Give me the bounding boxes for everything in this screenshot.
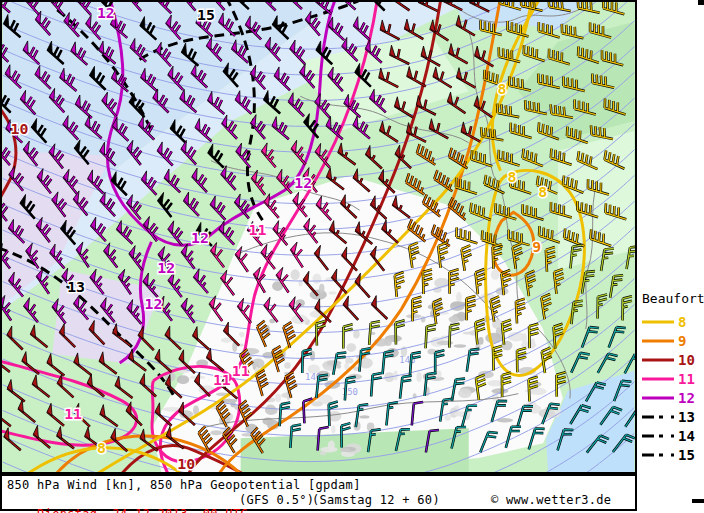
legend-item-label: 11 — [678, 371, 695, 387]
isotach-label-12: 12 — [144, 295, 162, 313]
legend-item-beaufort-11: 11 — [641, 369, 703, 388]
geopotential-label: 146 — [399, 355, 415, 365]
isotach-label-12: 12 — [294, 174, 312, 192]
legend-item-beaufort-10: 10 — [641, 350, 703, 369]
isotach-label-15: 15 — [197, 6, 215, 24]
isotach-label-10: 10 — [177, 455, 195, 472]
legend-item-label: 8 — [678, 314, 686, 330]
legend-item-beaufort-15: 15 — [641, 445, 703, 464]
legend-line-sample — [641, 450, 675, 460]
legend-line-sample — [641, 317, 675, 327]
legend-item-label: 14 — [678, 428, 695, 444]
isotach-label-10: 10 — [11, 120, 29, 138]
caption-model: (GFS 0.5°) — [239, 493, 314, 507]
isotach-label-8: 8 — [538, 183, 547, 201]
weather-map-canvas: 1461501461215101312121212111111111088889 — [2, 2, 635, 472]
isotach-label-11: 11 — [213, 371, 231, 389]
legend-line-sample — [641, 336, 675, 346]
isotach-label-9: 9 — [532, 238, 541, 256]
legend-item-label: 12 — [678, 390, 695, 406]
legend-item-beaufort-8: 8 — [641, 312, 703, 331]
legend-item-label: 15 — [678, 447, 695, 463]
isotach-label-11: 11 — [232, 362, 250, 380]
caption-run-line: Dienstag, 24-12-2013 00 UTC (GFS 0.5°) (… — [7, 493, 248, 513]
legend-line-sample — [641, 374, 675, 384]
isotach-label-12: 12 — [191, 229, 209, 247]
caption-run-date: Dienstag, 24-12-2013 00 UTC — [37, 507, 248, 513]
isotach-label-12: 12 — [157, 259, 175, 277]
legend-item-label: 10 — [678, 352, 695, 368]
beaufort-legend: Beaufort 89101112131415 — [641, 291, 703, 464]
isotach-label-11: 11 — [249, 221, 267, 239]
isotach-label-8: 8 — [507, 168, 516, 186]
legend-title: Beaufort — [642, 291, 703, 306]
caption-copyright: © www.wetter3.de — [491, 493, 611, 507]
legend-items: 89101112131415 — [641, 312, 703, 464]
legend-item-label: 13 — [678, 409, 695, 425]
frame-corner-bottom-right — [692, 499, 704, 503]
legend-line-sample — [641, 355, 675, 365]
legend-line-sample — [641, 431, 675, 441]
frame-corner-top-right — [698, 0, 704, 5]
legend-item-beaufort-9: 9 — [641, 331, 703, 350]
caption-box: 850 hPa Wind [kn], 850 hPa Geopotential … — [0, 474, 637, 511]
isotach-label-12: 12 — [97, 4, 115, 22]
weather-map: 1461501461215101312121212111111111088889 — [0, 0, 637, 474]
caption-parameters: 850 hPa Wind [kn], 850 hPa Geopotential … — [7, 478, 361, 492]
isotach-label-13: 13 — [67, 278, 85, 296]
legend-item-label: 9 — [678, 333, 686, 349]
isotach-label-8: 8 — [497, 80, 506, 98]
legend-line-sample — [641, 412, 675, 422]
legend-item-beaufort-14: 14 — [641, 426, 703, 445]
isotach-label-11: 11 — [64, 405, 82, 423]
legend-item-beaufort-13: 13 — [641, 407, 703, 426]
legend-line-sample — [641, 393, 675, 403]
caption-valid-time: (Samstag 12 + 60) — [312, 493, 440, 507]
legend-item-beaufort-12: 12 — [641, 388, 703, 407]
isotach-label-8: 8 — [97, 439, 106, 457]
